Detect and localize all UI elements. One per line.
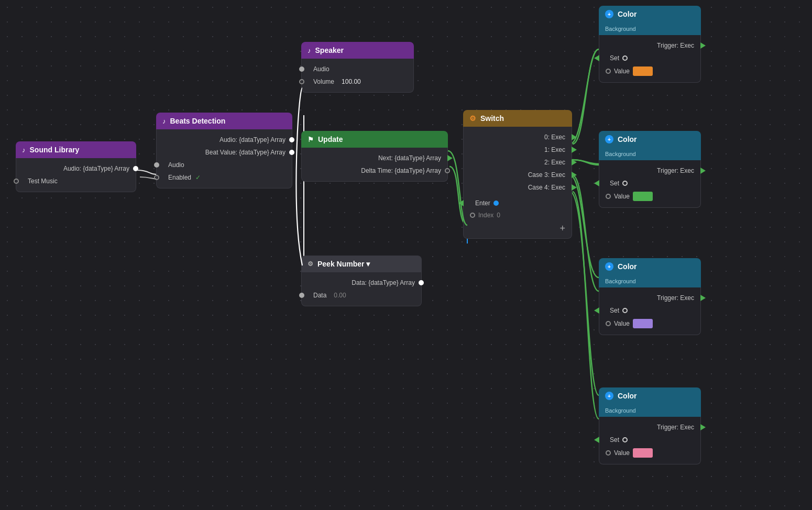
- beats-audio-in-row: Audio: [157, 159, 292, 171]
- color-bg-1-set-exec-port[interactable]: [594, 55, 599, 61]
- color-bg-4-trigger-port[interactable]: [700, 424, 706, 430]
- color-bg-4-trigger-label: Trigger: Exec: [657, 424, 694, 431]
- color-bg-1-trigger-row: Trigger: Exec: [599, 39, 700, 52]
- switch-exec-4-label: Case 4: Exec: [528, 184, 565, 191]
- color-bg-1-swatch[interactable]: [633, 66, 653, 76]
- peek-data-array-port[interactable]: [419, 280, 424, 285]
- color-bg-4-plus-icon: +: [605, 392, 613, 400]
- color-bg-3-node: + Color Background Trigger: Exec Set Val…: [599, 258, 701, 335]
- switch-exec-0-port[interactable]: [572, 134, 577, 140]
- sound-library-test-label: Test Music: [28, 178, 58, 185]
- color-bg-2-body: Trigger: Exec Set Value: [599, 160, 701, 208]
- switch-exec-3-port[interactable]: [572, 172, 577, 178]
- color-bg-4-set-row: Set: [599, 434, 700, 446]
- color-bg-4-subtitle: Background: [605, 407, 636, 414]
- beats-audio-array-port[interactable]: [289, 137, 294, 142]
- switch-exec-1-port[interactable]: [572, 147, 577, 153]
- beats-audio-array-row: Audio: {dataType} Array: [157, 134, 292, 146]
- color-bg-4-body: Trigger: Exec Set Value: [599, 417, 701, 464]
- color-bg-3-body: Trigger: Exec Set Value: [599, 287, 701, 335]
- color-bg-4-set-port[interactable]: [622, 437, 628, 442]
- peek-header: ⚙ Peek Number ▾: [301, 256, 422, 272]
- speaker-body: Audio Volume 100.00: [301, 59, 414, 93]
- color-bg-4-swatch[interactable]: [633, 448, 653, 458]
- color-bg-2-set-row: Set: [599, 177, 700, 190]
- beats-value-array-port[interactable]: [289, 150, 294, 155]
- switch-exec-1-label: 1: Exec: [544, 146, 565, 153]
- peek-gear-icon: ⚙: [308, 260, 313, 268]
- switch-index-row: Index 0: [464, 209, 572, 221]
- sound-library-audio-row: Audio: {dataType} Array: [16, 162, 136, 175]
- switch-enter-exec-port[interactable]: [458, 200, 464, 206]
- switch-enter-port[interactable]: [493, 201, 499, 206]
- color-bg-4-value-row: Value: [599, 446, 700, 460]
- beats-audio-in-port[interactable]: [154, 162, 159, 168]
- color-bg-1-set-port[interactable]: [622, 56, 628, 61]
- update-delta-row: Delta Time: {dataType} Array: [302, 164, 447, 177]
- switch-enter-label: Enter: [475, 199, 490, 207]
- color-bg-2-set-port[interactable]: [622, 181, 628, 186]
- switch-index-value: 0: [497, 212, 500, 219]
- switch-exec-2-port[interactable]: [572, 159, 577, 165]
- beats-enabled-port[interactable]: [154, 175, 159, 180]
- color-bg-1-header: + Color: [599, 6, 701, 23]
- color-bg-2-plus-icon: +: [605, 135, 613, 143]
- color-bg-2-swatch[interactable]: [633, 192, 653, 201]
- speaker-volume-port[interactable]: [299, 79, 304, 84]
- switch-exec-4-port[interactable]: [572, 184, 577, 191]
- color-bg-2-set-label: Set: [610, 180, 619, 187]
- switch-exec-3: Case 3: Exec: [464, 169, 572, 181]
- switch-add-button[interactable]: +: [464, 221, 572, 234]
- update-next-row: Next: {dataType} Array: [302, 152, 447, 164]
- beats-enabled-check: ✓: [195, 174, 201, 181]
- color-bg-3-set-row: Set: [599, 304, 700, 317]
- update-header: ⚑ Update: [301, 131, 448, 148]
- color-bg-3-plus-icon: +: [605, 262, 613, 271]
- color-bg-1-subtitle-area: Background: [599, 23, 701, 35]
- color-bg-1-trigger-port[interactable]: [700, 42, 706, 49]
- peek-data-out-port[interactable]: [299, 293, 304, 298]
- color-bg-2-trigger-port[interactable]: [700, 168, 706, 174]
- color-bg-3-set-exec-port[interactable]: [594, 307, 599, 314]
- color-bg-1-value-port[interactable]: [606, 69, 611, 74]
- color-bg-1-value-label: Value: [614, 68, 630, 75]
- color-bg-2-value-row: Value: [599, 190, 700, 203]
- color-bg-4-title: Color: [618, 392, 637, 400]
- color-bg-3-header: + Color: [599, 258, 701, 275]
- switch-exec-0: 0: Exec: [464, 131, 572, 143]
- color-bg-3-swatch[interactable]: [633, 319, 653, 328]
- switch-exec-4: Case 4: Exec: [464, 181, 572, 194]
- peek-data-out-row: Data 0.00: [302, 289, 421, 302]
- color-bg-3-subtitle-area: Background: [599, 275, 701, 287]
- color-bg-4-value-port[interactable]: [606, 450, 611, 456]
- sound-library-node: ♪ Sound Library Audio: {dataType} Array …: [16, 141, 136, 192]
- sound-library-audio-port[interactable]: [133, 166, 138, 171]
- color-bg-1-node: + Color Background Trigger: Exec Set Val…: [599, 6, 701, 83]
- update-next-exec-port[interactable]: [447, 155, 453, 161]
- color-bg-3-trigger-port[interactable]: [700, 295, 706, 301]
- peek-data-array-label: Data: {dataType} Array: [352, 279, 415, 286]
- sound-library-title: Sound Library: [30, 146, 80, 154]
- beats-enabled-row: Enabled ✓: [157, 171, 292, 184]
- speaker-audio-port[interactable]: [299, 66, 304, 72]
- color-bg-2-set-exec-port[interactable]: [594, 180, 599, 186]
- color-bg-2-subtitle-area: Background: [599, 148, 701, 160]
- switch-title: Switch: [480, 114, 504, 123]
- speaker-audio-row: Audio: [302, 63, 413, 75]
- update-delta-port[interactable]: [445, 168, 450, 173]
- color-bg-3-trigger-row: Trigger: Exec: [599, 292, 700, 304]
- color-bg-3-value-port[interactable]: [606, 321, 611, 326]
- color-bg-3-set-port[interactable]: [622, 308, 628, 313]
- switch-index-port[interactable]: [470, 213, 475, 218]
- color-bg-3-subtitle: Background: [605, 278, 636, 284]
- color-bg-2-subtitle: Background: [605, 151, 636, 157]
- color-bg-2-value-port[interactable]: [606, 194, 611, 199]
- beats-detection-title: Beats Detection: [170, 117, 226, 125]
- color-bg-1-plus-icon: +: [605, 10, 613, 18]
- color-bg-4-set-label: Set: [610, 436, 619, 444]
- color-bg-1-title: Color: [618, 10, 637, 18]
- music-icon: ♪: [22, 146, 26, 154]
- sound-library-test-port[interactable]: [14, 179, 19, 184]
- color-bg-4-set-exec-port[interactable]: [594, 437, 599, 443]
- speaker-volume-label: Volume: [313, 78, 334, 85]
